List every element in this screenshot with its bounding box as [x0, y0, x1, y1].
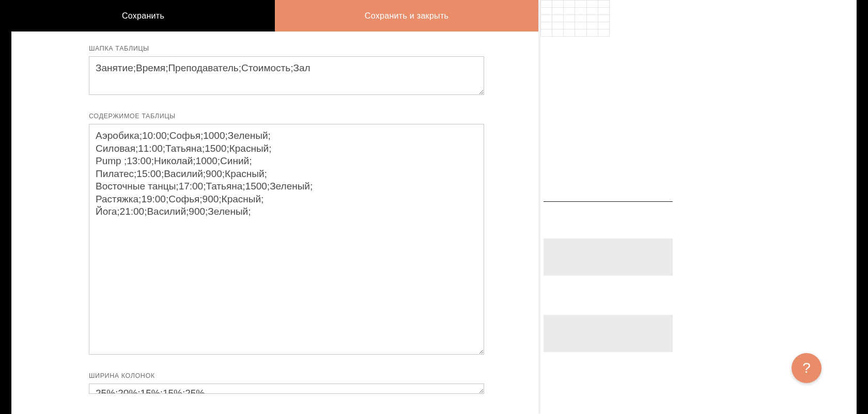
- preview-field-1: [544, 238, 673, 276]
- table-content-label: СОДЕРЖИМОЕ ТАБЛИЦЫ: [89, 113, 461, 120]
- form-area: ШАПКА ТАБЛИЦЫ СОДЕРЖИМОЕ ТАБЛИЦЫ ШИРИНА …: [11, 31, 538, 396]
- window-gutter-left: [0, 0, 11, 414]
- save-button[interactable]: Сохранить: [11, 0, 275, 31]
- save-and-close-button[interactable]: Сохранить и закрыть: [275, 0, 538, 31]
- column-widths-textarea[interactable]: [89, 384, 484, 394]
- column-widths-label: ШИРИНА КОЛОНОК: [89, 372, 461, 379]
- field-group-table-header: ШАПКА ТАБЛИЦЫ: [89, 45, 461, 97]
- action-bar: Сохранить Сохранить и закрыть: [11, 0, 538, 31]
- table-content-textarea[interactable]: [89, 124, 484, 355]
- help-icon: ?: [802, 360, 811, 376]
- table-header-label: ШАПКА ТАБЛИЦЫ: [89, 45, 461, 52]
- editor-panel: Сохранить Сохранить и закрыть ШАПКА ТАБЛ…: [11, 0, 538, 414]
- field-group-column-widths: ШИРИНА КОЛОНОК: [89, 372, 461, 396]
- field-group-table-content: СОДЕРЖИМОЕ ТАБЛИЦЫ: [89, 113, 461, 357]
- preview-divider: [544, 201, 673, 202]
- preview-field-2: [544, 315, 673, 352]
- help-fab[interactable]: ?: [792, 353, 822, 383]
- table-header-textarea[interactable]: [89, 56, 484, 95]
- preview-column: [540, 0, 856, 414]
- preview-mini-table: [540, 0, 610, 37]
- window-gutter-right: [857, 0, 868, 414]
